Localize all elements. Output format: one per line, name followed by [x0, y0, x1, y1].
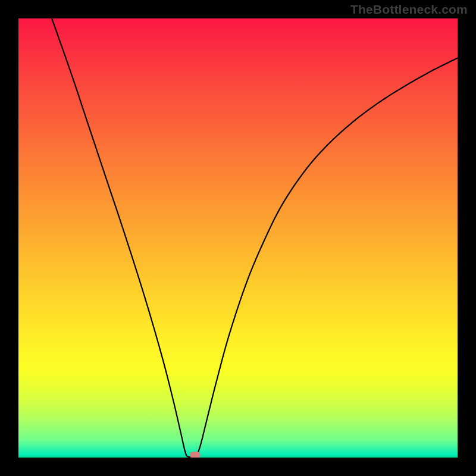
watermark-text: TheBottleneck.com [350, 2, 468, 17]
min-marker [190, 452, 201, 458]
plot-area [18, 18, 458, 458]
image-frame: TheBottleneck.com [0, 0, 476, 476]
bottleneck-curve [18, 18, 458, 458]
